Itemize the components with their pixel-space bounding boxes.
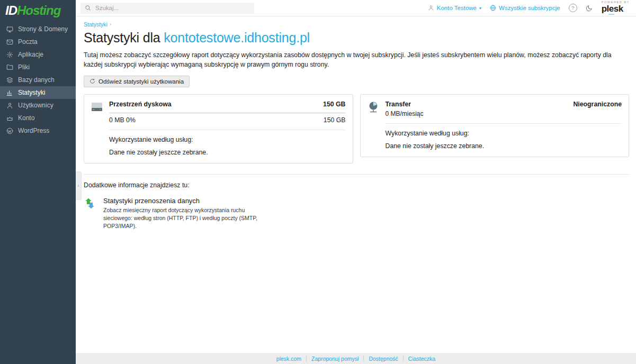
refresh-stats-button[interactable]: Odśwież statystyki użytkowania: [84, 76, 190, 87]
data-transfer-stats-resource: Statystyki przenoszenia danych Zobacz mi…: [84, 197, 629, 231]
logo-hosting-part: Hosting: [17, 3, 60, 17]
search-input[interactable]: [94, 4, 250, 12]
layers-icon: [6, 77, 13, 84]
footer-link-cookies[interactable]: Ciasteczka: [408, 356, 435, 362]
idhosting-logo[interactable]: IDHosting: [0, 0, 76, 21]
globe-icon: [490, 5, 496, 11]
hard-drive-icon: [90, 101, 104, 114]
sidebar-item-pliki[interactable]: Pliki: [0, 61, 76, 74]
sidebar-collapse-handle[interactable]: ‹: [76, 171, 82, 200]
transfer-title-block: Transfer 0 MB/miesiąc: [386, 101, 424, 117]
chevron-down-icon: ▾: [479, 6, 481, 11]
crown-icon: [6, 115, 13, 122]
sidebar-item-konto[interactable]: Konto: [0, 112, 76, 124]
plesk-logo[interactable]: POWERED BY plesk: [602, 1, 630, 15]
resource-text-block: Statystyki przenoszenia danych Zobacz mi…: [103, 197, 262, 231]
sidebar-item-aplikacje[interactable]: Aplikacje: [0, 48, 76, 61]
sidebar-item-label: Konto: [18, 114, 34, 122]
sidebar-item-poczta[interactable]: Poczta: [0, 35, 76, 48]
footer-link-accessibility[interactable]: Dostępność: [369, 356, 398, 362]
disk-usage-by-service-label: Wykorzystanie według usług:: [109, 136, 346, 143]
breadcrumb-statystyki[interactable]: Statystyki: [84, 21, 108, 28]
refresh-icon: [89, 78, 95, 84]
search-icon: [85, 5, 91, 11]
sidebar-item-label: Bazy danych: [18, 76, 55, 84]
resource-cards: Przestrzeń dyskowa 150 GB 0 MB 0% 150 GB…: [84, 94, 629, 163]
sidebar-item-uzytkownicy[interactable]: Użytkownicy: [0, 99, 76, 112]
sidebar-item-label: Pliki: [18, 63, 30, 71]
transfer-card-subtitle: 0 MB/miesiąc: [386, 110, 424, 117]
subscriptions-selector[interactable]: Wszystkie subskrypcje: [490, 5, 560, 11]
gear-icon: [6, 51, 13, 58]
transfer-card-title: Transfer: [386, 101, 424, 108]
plesk-name: plesk: [602, 4, 630, 13]
folder-icon: [6, 64, 13, 71]
sidebar-item-label: Poczta: [18, 38, 38, 46]
search-box[interactable]: [80, 3, 254, 14]
breadcrumb: Statystyki ›: [84, 21, 629, 28]
moon-icon: [586, 4, 593, 12]
person-icon: [6, 102, 13, 109]
disk-usage-row: 0 MB 0% 150 GB: [109, 116, 346, 124]
breadcrumb-separator-icon: ›: [110, 22, 111, 27]
disk-card-body: Przestrzeń dyskowa 150 GB 0 MB 0% 150 GB…: [109, 101, 346, 156]
account-label: Konto Testowe: [437, 5, 477, 11]
transfer-card-divider: [386, 123, 622, 124]
sidebar-item-label: Użytkownicy: [18, 102, 53, 109]
transfer-no-data-message: Dane nie zostały jeszcze zebrane.: [386, 142, 622, 150]
sidebar-item-bazy-danych[interactable]: Bazy danych: [0, 74, 76, 86]
sidebar-item-wordpress[interactable]: WordPress: [0, 124, 76, 137]
monitor-icon: [6, 26, 13, 33]
section-divider: [84, 174, 629, 175]
disk-used-value: 0 MB 0%: [109, 116, 136, 124]
footer-divider: [403, 356, 404, 361]
page-title-domain-link[interactable]: kontotestowe.idhosting.pl: [164, 30, 310, 45]
disk-space-card: Przestrzeń dyskowa 150 GB 0 MB 0% 150 GB…: [84, 94, 353, 163]
disk-card-title: Przestrzeń dyskowa: [109, 101, 172, 108]
subscriptions-label: Wszystkie subskrypcje: [499, 5, 560, 11]
topbar-right: Konto Testowe ▾ Wszystkie subskrypcje ? …: [428, 1, 630, 15]
data-transfer-stats-link[interactable]: Statystyki przenoszenia danych: [103, 197, 262, 205]
wordpress-icon: [6, 128, 13, 134]
page-title-prefix: Statystyki dla: [84, 30, 164, 45]
disk-usage-progress-bar: [109, 112, 346, 114]
disk-no-data-message: Dane nie zostały jeszcze zebrane.: [109, 149, 346, 156]
main-content: Statystyki › Statystyki dla kontotestowe…: [76, 16, 636, 353]
refresh-button-label: Odśwież statystyki użytkowania: [98, 78, 184, 85]
dark-mode-toggle[interactable]: [586, 4, 593, 12]
transfer-card: Transfer 0 MB/miesiąc Nieograniczone Wyk…: [360, 94, 630, 157]
extra-info-heading: Dodatkowe informacje znajdziesz tu:: [84, 181, 629, 189]
page-description: Tutaj możesz zobaczyć szczegółowy raport…: [84, 50, 629, 70]
sidebar-item-statystyki[interactable]: Statystyki: [0, 86, 76, 99]
disk-card-limit: 150 GB: [323, 101, 345, 108]
sidebar-item-strony-domeny[interactable]: Strony & Domeny: [0, 23, 76, 35]
user-icon: [428, 5, 434, 11]
envelope-icon: [6, 39, 13, 46]
transfer-card-limit: Nieograniczone: [573, 101, 622, 108]
page-title: Statystyki dla kontotestowe.idhosting.pl: [84, 30, 629, 46]
account-menu[interactable]: Konto Testowe ▾: [428, 5, 481, 11]
topbar: Konto Testowe ▾ Wszystkie subskrypcje ? …: [76, 0, 636, 16]
disk-card-divider: [109, 130, 346, 130]
data-transfer-stats-description: Zobacz miesięczny raport dotyczący wykor…: [103, 206, 262, 231]
plesk-underline: [608, 14, 614, 15]
transfer-usage-by-service-label: Wykorzystanie według usług:: [386, 130, 622, 137]
help-icon[interactable]: ?: [569, 4, 577, 12]
sidebar-item-label: Statystyki: [18, 89, 45, 96]
collapse-chevron-icon: ‹: [78, 183, 79, 188]
disk-card-header: Przestrzeń dyskowa 150 GB: [109, 101, 346, 108]
footer: plesk.com Zaproponuj pomysł Dostępność C…: [76, 353, 636, 364]
footer-link-suggest-idea[interactable]: Zaproponuj pomysł: [311, 356, 359, 362]
sidebar-item-label: Aplikacje: [18, 51, 43, 58]
transfer-card-header: Transfer 0 MB/miesiąc Nieograniczone: [386, 101, 622, 117]
bar-chart-icon: [6, 89, 13, 96]
disk-total-value: 150 GB: [324, 116, 346, 124]
logo-id-part: ID: [5, 3, 17, 17]
footer-divider: [306, 356, 307, 361]
footer-link-plesk-com[interactable]: plesk.com: [276, 356, 301, 362]
sidebar: IDHosting Strony & Domeny Poczta Aplikac…: [0, 0, 76, 364]
sidebar-item-label: WordPress: [18, 127, 49, 134]
sidebar-nav: Strony & Domeny Poczta Aplikacje Pliki B…: [0, 23, 76, 137]
footer-divider: [363, 356, 364, 361]
sidebar-item-label: Strony & Domeny: [18, 25, 68, 33]
